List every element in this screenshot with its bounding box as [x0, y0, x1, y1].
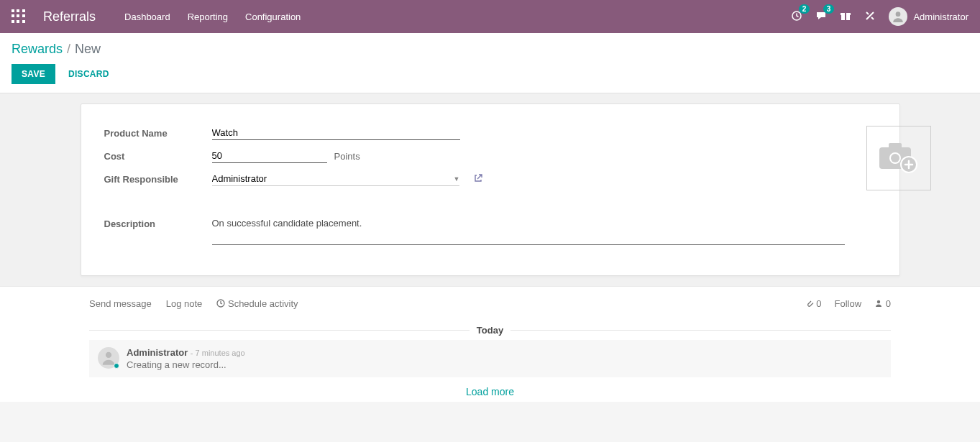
followers-button[interactable]: 0: [874, 298, 891, 309]
log-time: - 7 minutes ago: [191, 349, 245, 357]
log-entry: Administrator - 7 minutes ago Creating a…: [89, 340, 891, 377]
svg-point-8: [891, 154, 899, 162]
menu-dashboard[interactable]: Dashboard: [124, 11, 170, 22]
discuss-icon[interactable]: 3: [815, 10, 827, 24]
timeline-separator: Today: [89, 325, 891, 336]
schedule-activity-button[interactable]: Schedule activity: [216, 298, 298, 309]
log-author[interactable]: Administrator: [127, 347, 188, 358]
breadcrumb: Rewards/New: [12, 42, 968, 57]
gift-icon[interactable]: [840, 10, 851, 24]
online-dot: [114, 363, 119, 369]
avatar: [889, 7, 907, 26]
app-title[interactable]: Referrals: [43, 9, 96, 24]
discuss-badge: 3: [823, 4, 835, 14]
cost-input[interactable]: [212, 149, 327, 163]
breadcrumb-rewards[interactable]: Rewards: [12, 42, 63, 56]
pending-badge: 2: [799, 4, 810, 14]
user-name: Administrator: [913, 11, 968, 22]
main-menu: Dashboard Reporting Configuration: [124, 11, 301, 22]
apps-menu-icon[interactable]: [12, 9, 26, 24]
load-more-button[interactable]: Load more: [89, 377, 891, 402]
save-button[interactable]: SAVE: [12, 64, 55, 84]
camera-icon: [877, 139, 920, 178]
svg-rect-3: [845, 11, 846, 20]
follow-button[interactable]: Follow: [835, 298, 862, 309]
label-product-name: Product Name: [104, 126, 212, 139]
form-sheet: Product Name Cost Points Gift Responsibl…: [81, 103, 900, 276]
cost-unit: Points: [334, 151, 360, 162]
label-gift-responsible: Gift Responsible: [104, 172, 212, 185]
settings-icon[interactable]: [864, 10, 876, 24]
attachments-button[interactable]: 0: [805, 298, 822, 309]
send-message-button[interactable]: Send message: [89, 298, 152, 309]
log-message: Creating a new record...: [127, 359, 245, 370]
avatar: [98, 347, 119, 369]
gift-responsible-input[interactable]: [212, 172, 459, 186]
dropdown-caret-icon[interactable]: ▼: [454, 175, 460, 183]
product-name-input[interactable]: [212, 126, 460, 140]
pending-actions-icon[interactable]: 2: [791, 10, 802, 24]
svg-point-12: [106, 352, 111, 358]
svg-point-4: [896, 11, 901, 17]
menu-reporting[interactable]: Reporting: [188, 11, 228, 22]
menu-configuration[interactable]: Configuration: [245, 11, 301, 22]
breadcrumb-current: New: [75, 42, 101, 56]
discard-button[interactable]: DISCARD: [58, 64, 119, 84]
label-cost: Cost: [104, 149, 212, 162]
svg-rect-6: [889, 143, 902, 149]
user-menu[interactable]: Administrator: [889, 7, 968, 26]
external-link-icon[interactable]: [474, 174, 482, 185]
image-upload[interactable]: [866, 126, 931, 190]
log-note-button[interactable]: Log note: [166, 298, 203, 309]
label-description: Description: [104, 216, 212, 229]
description-input[interactable]: On successful candidate placement.: [212, 216, 845, 245]
svg-point-11: [877, 300, 880, 303]
